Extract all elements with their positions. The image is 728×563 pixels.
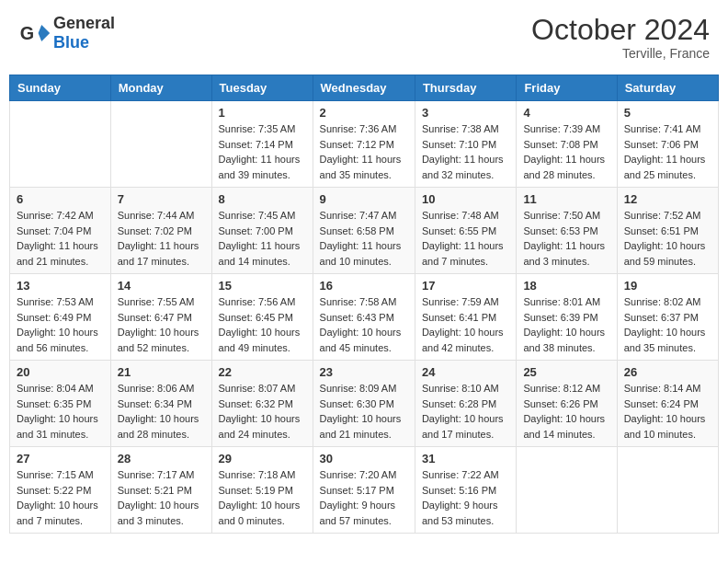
day-cell: 7Sunrise: 7:44 AM Sunset: 7:02 PM Daylig… (110, 188, 211, 274)
day-number: 23 (320, 365, 408, 379)
logo-icon: G (18, 17, 51, 50)
day-info: Sunrise: 8:06 AM Sunset: 6:34 PM Dayligh… (118, 381, 205, 442)
day-info: Sunrise: 7:42 AM Sunset: 7:04 PM Dayligh… (17, 208, 104, 269)
day-number: 16 (320, 279, 408, 293)
day-info: Sunrise: 7:50 AM Sunset: 6:53 PM Dayligh… (523, 208, 609, 269)
logo-general: General (53, 14, 115, 32)
calendar: SundayMondayTuesdayWednesdayThursdayFrid… (9, 75, 719, 534)
header: G General Blue October 2024 Terville, Fr… (9, 9, 719, 65)
month-title: October 2024 (531, 14, 710, 46)
day-cell (10, 101, 111, 188)
calendar-header-row: SundayMondayTuesdayWednesdayThursdayFrid… (10, 75, 719, 101)
day-number: 26 (624, 365, 711, 379)
day-info: Sunrise: 7:47 AM Sunset: 6:58 PM Dayligh… (320, 208, 408, 269)
day-cell: 11Sunrise: 7:50 AM Sunset: 6:53 PM Dayli… (517, 188, 617, 274)
day-number: 12 (624, 192, 711, 206)
day-info: Sunrise: 7:20 AM Sunset: 5:17 PM Dayligh… (320, 467, 408, 528)
col-header-tuesday: Tuesday (211, 75, 313, 101)
day-number: 2 (320, 106, 408, 120)
day-info: Sunrise: 7:18 AM Sunset: 5:19 PM Dayligh… (219, 467, 306, 528)
day-cell: 31Sunrise: 7:22 AM Sunset: 5:16 PM Dayli… (415, 447, 516, 534)
day-cell: 2Sunrise: 7:36 AM Sunset: 7:12 PM Daylig… (313, 101, 415, 188)
day-cell: 20Sunrise: 8:04 AM Sunset: 6:35 PM Dayli… (10, 361, 111, 447)
day-info: Sunrise: 7:17 AM Sunset: 5:21 PM Dayligh… (118, 467, 205, 528)
day-info: Sunrise: 7:55 AM Sunset: 6:47 PM Dayligh… (118, 294, 205, 355)
day-number: 30 (320, 452, 408, 465)
day-info: Sunrise: 7:58 AM Sunset: 6:43 PM Dayligh… (320, 294, 408, 355)
day-info: Sunrise: 7:56 AM Sunset: 6:45 PM Dayligh… (219, 294, 306, 355)
col-header-sunday: Sunday (10, 75, 111, 101)
day-cell: 5Sunrise: 7:41 AM Sunset: 7:06 PM Daylig… (617, 101, 718, 188)
day-info: Sunrise: 7:22 AM Sunset: 5:16 PM Dayligh… (422, 467, 509, 528)
col-header-friday: Friday (517, 75, 617, 101)
day-cell: 14Sunrise: 7:55 AM Sunset: 6:47 PM Dayli… (110, 274, 211, 361)
day-cell: 9Sunrise: 7:47 AM Sunset: 6:58 PM Daylig… (313, 188, 415, 274)
day-number: 10 (422, 192, 509, 206)
day-number: 21 (118, 365, 205, 379)
day-cell: 25Sunrise: 8:12 AM Sunset: 6:26 PM Dayli… (517, 361, 617, 447)
day-info: Sunrise: 8:10 AM Sunset: 6:28 PM Dayligh… (422, 381, 509, 442)
week-row-3: 13Sunrise: 7:53 AM Sunset: 6:49 PM Dayli… (10, 274, 719, 361)
day-cell: 8Sunrise: 7:45 AM Sunset: 7:00 PM Daylig… (211, 188, 313, 274)
day-number: 17 (422, 279, 509, 293)
day-cell: 19Sunrise: 8:02 AM Sunset: 6:37 PM Dayli… (617, 274, 718, 361)
day-cell: 12Sunrise: 7:52 AM Sunset: 6:51 PM Dayli… (617, 188, 718, 274)
day-cell: 26Sunrise: 8:14 AM Sunset: 6:24 PM Dayli… (617, 361, 718, 447)
day-cell (617, 447, 718, 534)
day-info: Sunrise: 8:12 AM Sunset: 6:26 PM Dayligh… (523, 381, 609, 442)
day-number: 3 (422, 106, 509, 120)
day-cell: 21Sunrise: 8:06 AM Sunset: 6:34 PM Dayli… (110, 361, 211, 447)
day-info: Sunrise: 8:09 AM Sunset: 6:30 PM Dayligh… (320, 381, 408, 442)
day-cell: 29Sunrise: 7:18 AM Sunset: 5:19 PM Dayli… (211, 447, 313, 534)
week-row-2: 6Sunrise: 7:42 AM Sunset: 7:04 PM Daylig… (10, 188, 719, 274)
day-cell: 1Sunrise: 7:35 AM Sunset: 7:14 PM Daylig… (211, 101, 313, 188)
day-info: Sunrise: 7:59 AM Sunset: 6:41 PM Dayligh… (422, 294, 509, 355)
day-cell: 6Sunrise: 7:42 AM Sunset: 7:04 PM Daylig… (10, 188, 111, 274)
day-number: 8 (219, 192, 306, 206)
day-number: 15 (219, 279, 306, 293)
day-info: Sunrise: 8:01 AM Sunset: 6:39 PM Dayligh… (523, 294, 609, 355)
day-info: Sunrise: 7:38 AM Sunset: 7:10 PM Dayligh… (422, 121, 509, 182)
week-row-4: 20Sunrise: 8:04 AM Sunset: 6:35 PM Dayli… (10, 361, 719, 447)
day-cell: 28Sunrise: 7:17 AM Sunset: 5:21 PM Dayli… (110, 447, 211, 534)
day-number: 18 (523, 279, 609, 293)
day-number: 24 (422, 365, 509, 379)
day-cell: 13Sunrise: 7:53 AM Sunset: 6:49 PM Dayli… (10, 274, 111, 361)
day-info: Sunrise: 8:14 AM Sunset: 6:24 PM Dayligh… (624, 381, 711, 442)
day-cell: 3Sunrise: 7:38 AM Sunset: 7:10 PM Daylig… (415, 101, 516, 188)
svg-text:G: G (20, 23, 34, 43)
day-cell: 4Sunrise: 7:39 AM Sunset: 7:08 PM Daylig… (517, 101, 617, 188)
col-header-saturday: Saturday (617, 75, 718, 101)
day-info: Sunrise: 8:02 AM Sunset: 6:37 PM Dayligh… (624, 294, 711, 355)
day-number: 14 (118, 279, 205, 293)
day-info: Sunrise: 7:44 AM Sunset: 7:02 PM Dayligh… (118, 208, 205, 269)
col-header-monday: Monday (110, 75, 211, 101)
day-number: 13 (17, 279, 104, 293)
day-info: Sunrise: 8:07 AM Sunset: 6:32 PM Dayligh… (219, 381, 306, 442)
day-number: 28 (118, 452, 205, 465)
day-cell: 18Sunrise: 8:01 AM Sunset: 6:39 PM Dayli… (517, 274, 617, 361)
day-number: 9 (320, 192, 408, 206)
day-number: 25 (523, 365, 609, 379)
day-cell: 10Sunrise: 7:48 AM Sunset: 6:55 PM Dayli… (415, 188, 516, 274)
location: Terville, France (531, 46, 710, 61)
col-header-wednesday: Wednesday (313, 75, 415, 101)
day-info: Sunrise: 7:53 AM Sunset: 6:49 PM Dayligh… (17, 294, 104, 355)
day-info: Sunrise: 7:15 AM Sunset: 5:22 PM Dayligh… (17, 467, 104, 528)
day-number: 7 (118, 192, 205, 206)
day-number: 5 (624, 106, 711, 120)
title-area: October 2024 Terville, France (531, 14, 710, 61)
day-number: 27 (17, 452, 104, 465)
day-cell: 30Sunrise: 7:20 AM Sunset: 5:17 PM Dayli… (313, 447, 415, 534)
logo: G General Blue (18, 14, 115, 52)
day-info: Sunrise: 7:41 AM Sunset: 7:06 PM Dayligh… (624, 121, 711, 182)
col-header-thursday: Thursday (415, 75, 516, 101)
day-info: Sunrise: 7:45 AM Sunset: 7:00 PM Dayligh… (219, 208, 306, 269)
day-number: 20 (17, 365, 104, 379)
day-cell: 17Sunrise: 7:59 AM Sunset: 6:41 PM Dayli… (415, 274, 516, 361)
day-number: 29 (219, 452, 306, 465)
day-info: Sunrise: 7:35 AM Sunset: 7:14 PM Dayligh… (219, 121, 306, 182)
day-number: 11 (523, 192, 609, 206)
day-cell: 27Sunrise: 7:15 AM Sunset: 5:22 PM Dayli… (10, 447, 111, 534)
day-info: Sunrise: 7:48 AM Sunset: 6:55 PM Dayligh… (422, 208, 509, 269)
